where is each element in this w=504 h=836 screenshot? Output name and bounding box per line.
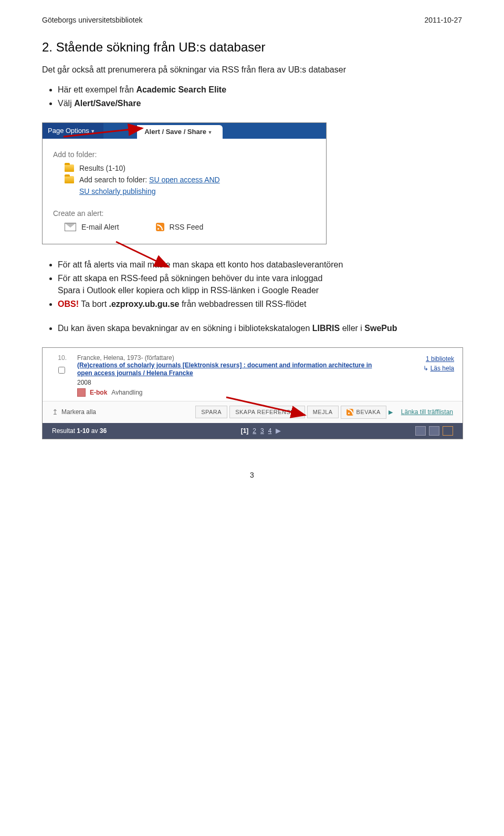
link-to-result-list[interactable]: Länka till träfflistan (401, 408, 453, 416)
bullet-libris: Du kan även skapa bevakningar av en sökn… (58, 323, 462, 334)
page-number: 3 (42, 471, 462, 479)
annotation-arrow-tab (64, 125, 158, 140)
pagination: [1] 2 3 4 ▶ (241, 427, 281, 435)
rss-feed-link[interactable]: RSS Feed (170, 223, 204, 231)
triangle-right-icon: ▶ (388, 409, 393, 416)
mail-icon (65, 223, 76, 231)
add-to-folder-heading: Add to folder: (53, 150, 316, 159)
rss-icon (156, 223, 164, 231)
panel-tab-bar: Page Options Alert / Save / Share (43, 123, 326, 139)
annotation-arrow-rss (116, 242, 179, 273)
section-title: 2. Stående sökning från UB:s databaser (42, 40, 462, 55)
annotation-arrow-bevaka (226, 397, 316, 421)
library-count-link[interactable]: 1 bibliotek (426, 355, 454, 363)
svg-line-2 (226, 397, 305, 415)
alert-row: E-mail Alert RSS Feed (65, 223, 316, 231)
folder-icon (65, 176, 74, 183)
bullets-set-1: Här ett exempel från Academic Search Eli… (42, 84, 462, 110)
folder-results-row[interactable]: Results (1-10) (65, 164, 316, 172)
folder-icon (65, 164, 74, 172)
bullet-obs: OBS! Ta bort .ezproxy.ub.gu.se från webb… (58, 298, 462, 310)
ebook-icon (77, 388, 86, 397)
result-type-avhandling: Avhandling (111, 389, 142, 396)
svg-line-0 (64, 128, 142, 137)
result-count: Resultat 1-10 av 36 (52, 427, 107, 435)
bullets-set-2: För att få alerts via mail måste man ska… (42, 259, 462, 311)
doc-header-date: 2011-10-27 (424, 16, 462, 24)
page-2-link[interactable]: 2 (253, 427, 256, 435)
screenshot-alert-panel: Page Options Alert / Save / Share Add to… (42, 122, 327, 244)
folder-add-search-row[interactable]: Add search to folder: SU open access AND (65, 176, 316, 184)
svg-line-1 (116, 242, 169, 267)
bullets-set-3: Du kan även skapa bevakningar av en sökn… (42, 323, 462, 334)
result-checkbox[interactable] (58, 367, 65, 374)
create-alert-heading: Create an alert: (53, 209, 316, 218)
result-type-ebok: E-bok (90, 389, 107, 396)
page-1-current: [1] (241, 427, 249, 435)
result-title-link[interactable]: (Re)creations of scholarly journals [Ele… (77, 362, 381, 378)
rss-icon (346, 409, 353, 416)
bullet-example: Här ett exempel från Academic Search Eli… (58, 84, 462, 96)
up-arrow-icon: ↥ (52, 408, 58, 416)
arrow-icon: ↳ (423, 365, 428, 372)
screenshot-libris: 10. Francke, Helena, 1973- (författare) … (42, 347, 463, 439)
bullet-rssfeed: För att skapa en RSS-feed på sökningen b… (58, 273, 462, 296)
page-3-link[interactable]: 3 (260, 427, 264, 435)
read-full-link[interactable]: Läs hela (430, 365, 454, 372)
view-list-icon[interactable] (429, 426, 439, 436)
bullet-choose: Välj Alert/Save/Share (58, 98, 462, 109)
result-year: 2008 (77, 379, 381, 386)
folder-add-search-row2: SU scholarly publishing (79, 187, 316, 195)
result-number: 10. (49, 354, 67, 362)
view-grid-icon[interactable] (415, 426, 426, 436)
doc-header-left: Göteborgs universitetsbibliotek (42, 16, 142, 24)
saved-search-link[interactable]: SU open access AND (149, 176, 220, 184)
save-button[interactable]: SPARA (195, 406, 227, 418)
result-author: Francke, Helena, 1973- (författare) (77, 354, 381, 362)
mark-all[interactable]: ↥ Markera alla (52, 408, 96, 416)
page-4-link[interactable]: 4 (268, 427, 272, 435)
intro-text: Det går också att prenumerera på sökning… (42, 65, 462, 75)
next-page-icon[interactable]: ▶ (276, 427, 281, 435)
watch-button[interactable]: BEVAKA (341, 406, 386, 419)
email-alert-link[interactable]: E-mail Alert (81, 223, 119, 231)
rss-icon[interactable] (443, 426, 453, 436)
